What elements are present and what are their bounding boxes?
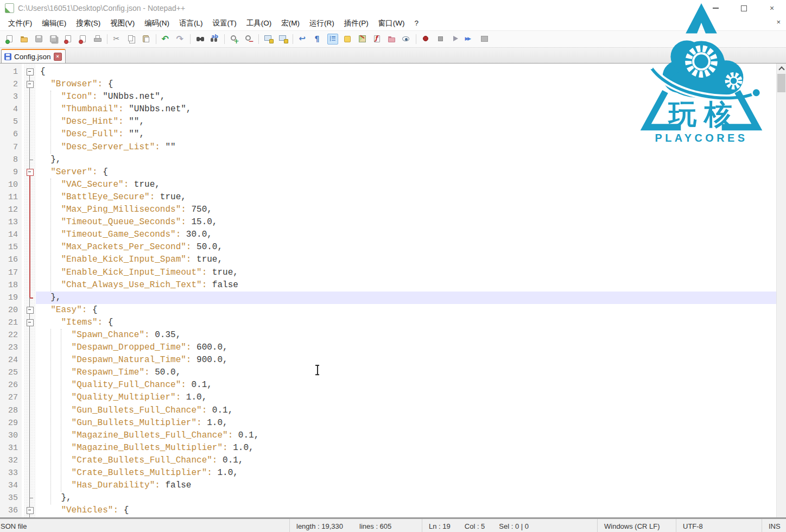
menu-item-help[interactable]: ? — [409, 17, 423, 29]
code-line-22[interactable]: "Spawn_Chance": 0.35, — [36, 329, 776, 341]
scroll-up-arrow-icon[interactable] — [777, 64, 786, 73]
vertical-scrollbar[interactable] — [776, 64, 786, 517]
code-text-area[interactable]: { "Browser": { "Icon": "UNbbs.net", "Thu… — [36, 64, 776, 517]
save-icon[interactable] — [34, 34, 44, 44]
fold-collapse-box[interactable] — [27, 507, 34, 514]
code-line-19[interactable]: }, — [36, 292, 776, 304]
open-icon[interactable] — [20, 34, 29, 44]
show-all-chars-icon[interactable] — [313, 34, 322, 44]
menu-item-n[interactable]: 编码(N) — [140, 17, 174, 30]
close-all-icon[interactable] — [78, 34, 88, 44]
code-line-6[interactable]: "Desc_Full": "", — [36, 128, 776, 141]
minimize-button[interactable] — [701, 0, 730, 16]
code-line-36[interactable]: "Vehicles": { — [36, 504, 776, 517]
redo-icon[interactable] — [176, 34, 186, 44]
macro-play-icon[interactable] — [451, 34, 460, 44]
paste-icon[interactable] — [142, 34, 151, 44]
code-line-7[interactable]: "Desc_Server_List": "" — [36, 141, 776, 154]
macro-stop-icon[interactable] — [436, 34, 446, 44]
tab-close-icon[interactable] — [54, 53, 62, 61]
code-line-30[interactable]: "Magazine_Bullets_Full_Chance": 0.1, — [36, 429, 776, 442]
copy-icon[interactable] — [127, 34, 137, 44]
code-line-27[interactable]: "Quality_Multiplier": 1.0, — [36, 391, 776, 404]
zoom-out-icon[interactable] — [244, 34, 254, 44]
close-button[interactable]: × — [758, 0, 786, 16]
status-caret-position[interactable]: Ln : 19 Col : 5 Sel : 0 | 0 — [422, 519, 597, 532]
menu-item-s[interactable]: 搜索(S) — [71, 17, 105, 30]
menu-item-v[interactable]: 视图(V) — [105, 17, 140, 30]
close-icon[interactable] — [64, 34, 73, 44]
code-line-35[interactable]: }, — [36, 492, 776, 504]
print-icon[interactable] — [93, 34, 103, 44]
tab-config-json[interactable]: Config.json — [1, 49, 66, 63]
menu-item-t[interactable]: 设置(T) — [208, 17, 242, 30]
code-line-34[interactable]: "Has_Durability": false — [36, 479, 776, 492]
menu-item-p[interactable]: 插件(P) — [339, 17, 373, 30]
code-line-13[interactable]: "Timeout_Queue_Seconds": 15.0, — [36, 216, 776, 229]
code-line-15[interactable]: "Max_Packets_Per_Second": 50.0, — [36, 241, 776, 254]
code-line-18[interactable]: "Chat_Always_Use_Rich_Text": false — [36, 279, 776, 292]
status-eol-format[interactable]: Windows (CR LF) — [597, 519, 676, 532]
code-line-24[interactable]: "Despawn_Natural_Time": 900.0, — [36, 354, 776, 366]
macro-run-multiple-icon[interactable] — [465, 34, 475, 44]
code-line-23[interactable]: "Despawn_Dropped_Time": 600.0, — [36, 341, 776, 354]
code-line-25[interactable]: "Respawn_Time": 50.0, — [36, 366, 776, 379]
word-wrap-icon[interactable] — [298, 34, 308, 44]
fold-collapse-box[interactable] — [27, 319, 34, 326]
code-line-10[interactable]: "VAC_Secure": true, — [36, 179, 776, 191]
code-line-21[interactable]: "Items": { — [36, 316, 776, 329]
code-line-31[interactable]: "Magazine_Bullets_Multiplier": 1.0, — [36, 442, 776, 454]
code-line-28[interactable]: "Gun_Bullets_Full_Chance": 0.1, — [36, 404, 776, 417]
fold-collapse-box[interactable] — [27, 169, 34, 176]
code-line-14[interactable]: "Timeout_Game_Seconds": 30.0, — [36, 229, 776, 241]
menu-item-r[interactable]: 运行(R) — [305, 17, 339, 30]
doc-map-icon[interactable] — [358, 34, 367, 44]
code-line-29[interactable]: "Gun_Bullets_Multiplier": 1.0, — [36, 417, 776, 429]
close-document-icon[interactable]: × — [776, 18, 781, 26]
scrollbar-thumb[interactable] — [777, 74, 785, 92]
code-line-33[interactable]: "Crate_Bullets_Multiplier": 1.0, — [36, 467, 776, 479]
maximize-button[interactable] — [730, 0, 758, 16]
function-list-icon[interactable] — [372, 34, 382, 44]
fold-collapse-box[interactable] — [27, 81, 34, 88]
undo-icon[interactable] — [161, 34, 171, 44]
save-all-icon[interactable] — [49, 34, 59, 44]
replace-icon[interactable] — [210, 34, 220, 44]
indent-guide-icon[interactable] — [327, 34, 338, 45]
zoom-in-icon[interactable] — [230, 34, 239, 44]
code-line-4[interactable]: "Thumbnail": "UNbbs.net", — [36, 103, 776, 116]
menu-item-e[interactable]: 编辑(E) — [37, 17, 71, 30]
status-encoding[interactable]: UTF-8 — [676, 519, 762, 532]
code-line-20[interactable]: "Easy": { — [36, 304, 776, 316]
status-insert-mode[interactable]: INS — [762, 519, 786, 532]
sync-h-scroll-icon[interactable] — [278, 34, 288, 44]
file-monitoring-icon[interactable] — [402, 34, 411, 44]
folder-workspace-icon[interactable] — [387, 34, 397, 44]
udl-dialog-icon[interactable] — [343, 34, 353, 44]
menu-item-m[interactable]: 宏(M) — [276, 17, 305, 30]
code-line-17[interactable]: "Enable_Kick_Input_Timeout": true, — [36, 267, 776, 279]
new-file-icon[interactable] — [5, 34, 15, 44]
find-icon[interactable] — [195, 34, 205, 44]
sync-v-scroll-icon[interactable] — [264, 34, 274, 44]
code-line-11[interactable]: "BattlEye_Secure": true, — [36, 191, 776, 204]
code-line-16[interactable]: "Enable_Kick_Input_Spam": true, — [36, 254, 776, 266]
menu-item-f[interactable]: 文件(F) — [3, 17, 37, 30]
menu-item-o[interactable]: 工具(O) — [242, 17, 277, 30]
fold-collapse-box[interactable] — [27, 307, 34, 314]
fold-collapse-box[interactable] — [27, 68, 34, 75]
code-line-2[interactable]: "Browser": { — [36, 78, 776, 91]
menu-item-l[interactable]: 语言(L) — [174, 17, 208, 30]
code-line-32[interactable]: "Crate_Bullets_Full_Chance": 0.1, — [36, 454, 776, 467]
code-line-1[interactable]: { — [36, 66, 776, 78]
code-line-3[interactable]: "Icon": "UNbbs.net", — [36, 91, 776, 103]
menu-item-w[interactable]: 窗口(W) — [373, 17, 410, 30]
code-line-5[interactable]: "Desc_Hint": "", — [36, 116, 776, 128]
code-line-8[interactable]: }, — [36, 154, 776, 166]
code-line-12[interactable]: "Max_Ping_Milliseconds": 750, — [36, 204, 776, 216]
macro-record-icon[interactable] — [421, 34, 431, 44]
code-line-9[interactable]: "Server": { — [36, 166, 776, 179]
cut-icon[interactable] — [112, 34, 122, 44]
code-line-26[interactable]: "Quality_Full_Chance": 0.1, — [36, 379, 776, 391]
macro-save-icon[interactable] — [480, 34, 490, 44]
